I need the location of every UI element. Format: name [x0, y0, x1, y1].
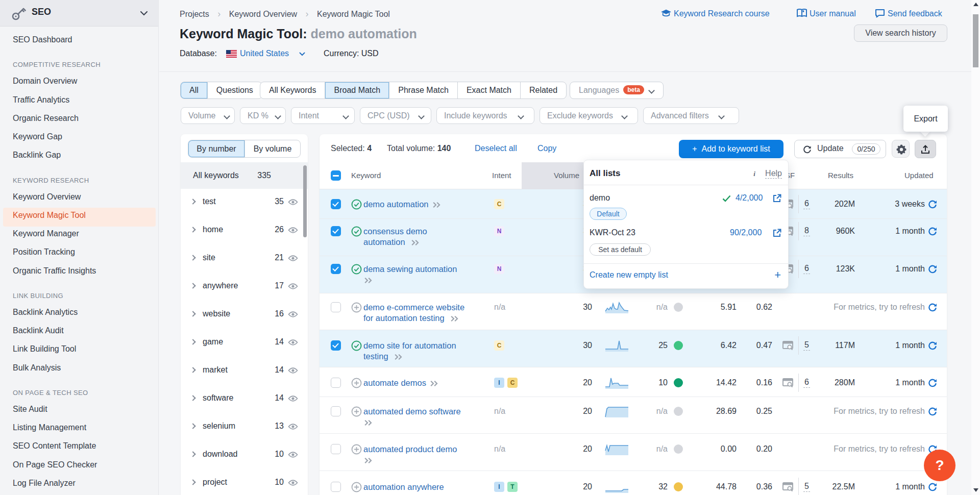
- svg-text:i: i: [753, 170, 755, 178]
